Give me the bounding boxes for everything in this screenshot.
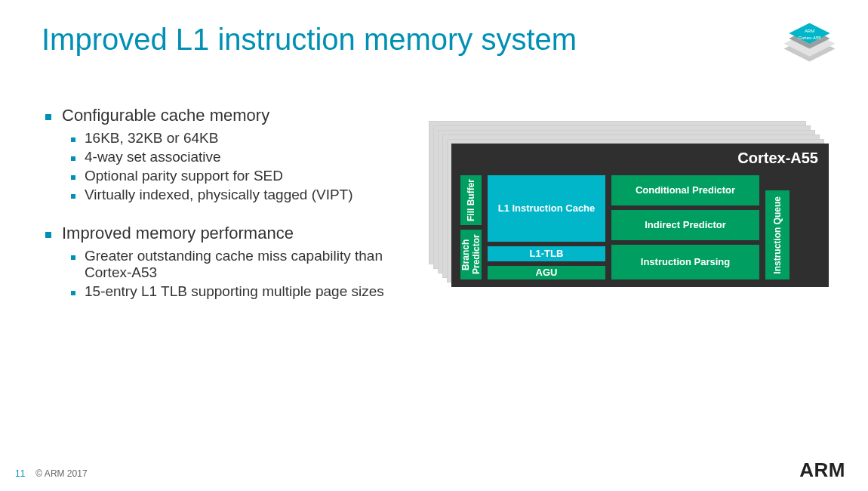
bullet-l2: 15-entry L1 TLB supporting multiple page… (71, 283, 408, 300)
page-number: 11 (15, 468, 25, 479)
slab-title: Cortex-A55 (737, 150, 818, 167)
block-indirect-predictor: Indirect Predictor (610, 208, 761, 242)
bullet-text: Improved memory performance (62, 224, 294, 243)
bullet-text: Greater outstanding cache miss capabilit… (85, 248, 408, 281)
copyright: © ARM 2017 (35, 468, 87, 479)
bullet-text: 16KB, 32KB or 64KB (85, 130, 218, 147)
bullet-l2: Virtually indexed, physically tagged (VI… (71, 187, 408, 203)
footer: 11 © ARM 2017 (15, 468, 88, 479)
architecture-diagram: Cortex-A55 Fill Buffer Branch Predictor … (429, 121, 840, 295)
bullet-l1: Improved memory performance (45, 224, 408, 243)
block-agu: AGU (486, 264, 607, 281)
cpu-slab: Cortex-A55 Fill Buffer Branch Predictor … (451, 144, 829, 287)
bullet-text: 4-way set associative (85, 149, 221, 165)
bullet-l2: Optional parity support for SED (71, 168, 408, 184)
slide-title: Improved L1 instruction memory system (42, 23, 577, 57)
block-conditional-predictor: Conditional Predictor (610, 174, 761, 207)
block-l1-icache: L1 Instruction Cache (486, 174, 607, 243)
badge-text-line1: ARM (805, 29, 814, 33)
bullet-l1: Configurable cache memory (45, 106, 408, 125)
bullet-text: Virtually indexed, physically tagged (VI… (85, 187, 353, 203)
block-instruction-queue: Instruction Queue (764, 189, 791, 281)
bullet-text: 15-entry L1 TLB supporting multiple page… (85, 283, 384, 300)
bullet-text: Configurable cache memory (62, 106, 269, 125)
bullet-content: Configurable cache memory 16KB, 32KB or … (45, 106, 408, 302)
badge-text-line2: Cortex-A55 (798, 36, 821, 40)
bullet-l2: 16KB, 32KB or 64KB (71, 130, 408, 147)
block-instruction-parsing: Instruction Parsing (610, 243, 761, 281)
block-branch-predictor: Branch Predictor (459, 228, 483, 281)
block-l1-tlb: L1-TLB (486, 245, 607, 263)
chip-badge-icon: ARM Cortex-A55 (770, 4, 849, 68)
bullet-l2: 4-way set associative (71, 149, 408, 165)
bullet-l2: Greater outstanding cache miss capabilit… (71, 248, 408, 281)
block-fill-buffer: Fill Buffer (459, 174, 483, 227)
bullet-text: Optional parity support for SED (85, 168, 283, 184)
arm-logo: ARM (799, 459, 845, 482)
